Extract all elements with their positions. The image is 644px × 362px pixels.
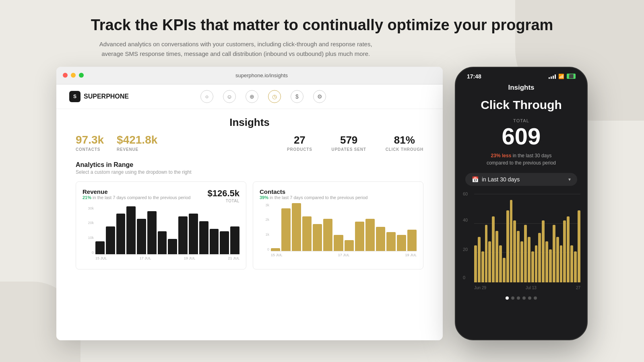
phone-date-selector[interactable]: 📅 in Last 30 days ▾ bbox=[465, 173, 577, 186]
phone-x-label-2: Jul 13 bbox=[526, 286, 537, 290]
contacts-chart-card: Contacts 39% in the last 7 days compared… bbox=[253, 181, 423, 269]
stat-clickthrough-value: 81% bbox=[394, 134, 415, 146]
phone-status-bar: 17:48 📶 ⬛ bbox=[456, 68, 587, 80]
phone-bar bbox=[553, 225, 555, 283]
stat-products: 27 PRODUCTS bbox=[287, 134, 312, 152]
stat-updates-label: UPDATES SENT bbox=[332, 147, 366, 152]
phone-bar bbox=[481, 251, 484, 282]
revenue-change-text: in the last 7 days compared to the previ… bbox=[93, 195, 190, 200]
stat-contacts-value: 97.3k bbox=[76, 134, 104, 146]
contacts-change-text: in the last 7 days compared to the previ… bbox=[270, 195, 367, 200]
phone-bar bbox=[574, 251, 577, 282]
revenue-bar bbox=[95, 241, 105, 254]
y-label-0: 0 bbox=[463, 275, 465, 280]
revenue-bar-chart: 30k 20k 10k 0 15 JUL 17 JUL bbox=[83, 206, 239, 263]
nav-icon-face[interactable]: ☺ bbox=[223, 90, 236, 103]
app-content: S SUPERPHONE ○ ☺ ⊕ ◷ $ ⚙ Insights bbox=[56, 84, 443, 340]
phone-screen-title: Insights bbox=[456, 80, 587, 98]
phone-bar bbox=[578, 210, 580, 282]
phone-bar bbox=[567, 216, 570, 282]
contacts-change-pct: 39% bbox=[260, 195, 268, 200]
revenue-bar bbox=[230, 226, 239, 254]
phone-bar bbox=[549, 249, 552, 282]
app-logo: S SUPERPHONE bbox=[69, 91, 129, 102]
y-label-40: 40 bbox=[463, 218, 468, 222]
phone-bar bbox=[556, 237, 559, 282]
nav-icons: ○ ☺ ⊕ ◷ $ ⚙ bbox=[200, 90, 326, 103]
battery-icon: ⬛ bbox=[567, 74, 576, 79]
stat-clickthrough-label: CLICK THROUGH bbox=[386, 147, 423, 152]
stat-products-label: PRODUCTS bbox=[287, 147, 312, 152]
phone-mockup: 17:48 📶 ⬛ Insights Click Through TOTAL bbox=[455, 67, 588, 340]
nav-icon-person[interactable]: ○ bbox=[200, 90, 213, 103]
page-title: Insights bbox=[56, 116, 443, 129]
phone-bar bbox=[531, 251, 534, 282]
revenue-bar bbox=[168, 239, 177, 254]
phone-dot-2 bbox=[511, 296, 514, 300]
phone-bar bbox=[517, 231, 520, 282]
app-nav: S SUPERPHONE ○ ☺ ⊕ ◷ $ ⚙ bbox=[56, 84, 443, 109]
phone-bar bbox=[485, 225, 488, 283]
revenue-x-label-2: 17 JUL bbox=[140, 256, 151, 260]
browser-bar: superphone.io/insights bbox=[56, 67, 443, 84]
contacts-bar bbox=[345, 240, 354, 251]
phone-bar bbox=[478, 237, 481, 282]
nav-icon-plus[interactable]: ⊕ bbox=[246, 90, 258, 103]
phone-dots bbox=[456, 296, 587, 300]
revenue-bar bbox=[106, 226, 115, 254]
charts-row: Revenue 21% in the last 7 days compared … bbox=[56, 175, 443, 269]
main-title: Track the KPIs that matter to continuall… bbox=[91, 16, 553, 35]
phone-bar bbox=[503, 258, 506, 283]
revenue-x-label-4: 21 JUL bbox=[228, 256, 239, 260]
nav-icon-dollar[interactable]: $ bbox=[291, 90, 303, 103]
phone-dot-1 bbox=[506, 296, 509, 300]
revenue-chart-card: Revenue 21% in the last 7 days compared … bbox=[76, 181, 246, 269]
stats-right: 27 PRODUCTS 579 UPDATES SENT 81% CLICK T… bbox=[287, 134, 423, 152]
y-label-60: 60 bbox=[463, 191, 468, 196]
contacts-bar bbox=[397, 235, 406, 251]
contacts-bar bbox=[334, 235, 343, 251]
header-section: Track the KPIs that matter to continuall… bbox=[91, 0, 553, 67]
contacts-bar bbox=[407, 230, 417, 251]
signal-bar-2 bbox=[551, 76, 552, 79]
signal-bar-1 bbox=[549, 77, 550, 79]
phone-dot-5 bbox=[528, 296, 531, 300]
revenue-bar bbox=[178, 216, 188, 254]
analytics-section: Analytics in Range Select a custom range… bbox=[56, 158, 443, 175]
revenue-chart-change: 21% in the last 7 days compared to the p… bbox=[83, 195, 190, 200]
phone-change-pct: 23% less bbox=[491, 153, 512, 158]
revenue-bar bbox=[137, 219, 146, 254]
phone-bar bbox=[545, 241, 548, 283]
nav-icon-gear[interactable]: ⚙ bbox=[313, 90, 326, 103]
phone-bar bbox=[499, 245, 502, 282]
revenue-x-label-1: 15 JUL bbox=[95, 256, 107, 260]
signal-bar-3 bbox=[553, 76, 554, 79]
phone-bar bbox=[474, 245, 477, 282]
contacts-x-label-1: 15 JUL bbox=[271, 253, 283, 257]
revenue-bar bbox=[116, 214, 126, 254]
revenue-total-label: TOTAL bbox=[207, 199, 239, 203]
revenue-bar bbox=[189, 214, 198, 254]
phone-bar bbox=[528, 237, 530, 282]
phone-bar bbox=[488, 241, 491, 283]
phone-bar bbox=[492, 216, 495, 282]
contacts-bar bbox=[355, 222, 364, 251]
contacts-bars bbox=[271, 203, 417, 251]
phone-bar bbox=[520, 241, 523, 283]
page-wrapper: Track the KPIs that matter to continuall… bbox=[0, 0, 644, 362]
nav-icon-clock[interactable]: ◷ bbox=[268, 90, 281, 103]
stat-revenue: $421.8k REVENUE bbox=[117, 134, 157, 152]
revenue-bars bbox=[95, 206, 239, 255]
page-title-section: Insights bbox=[56, 109, 443, 134]
contacts-bar bbox=[376, 227, 385, 251]
phone-dot-3 bbox=[517, 296, 520, 300]
phone-bar bbox=[510, 200, 513, 282]
phone-bar bbox=[563, 220, 566, 282]
phone-dot-4 bbox=[522, 296, 526, 300]
phone-time: 17:48 bbox=[467, 73, 481, 80]
phone-bar bbox=[513, 220, 516, 282]
contacts-x-label-2: 17 JUL bbox=[338, 253, 350, 257]
browser-dot-yellow bbox=[71, 73, 76, 78]
wifi-icon: 📶 bbox=[558, 74, 564, 79]
contacts-bar bbox=[365, 219, 375, 251]
